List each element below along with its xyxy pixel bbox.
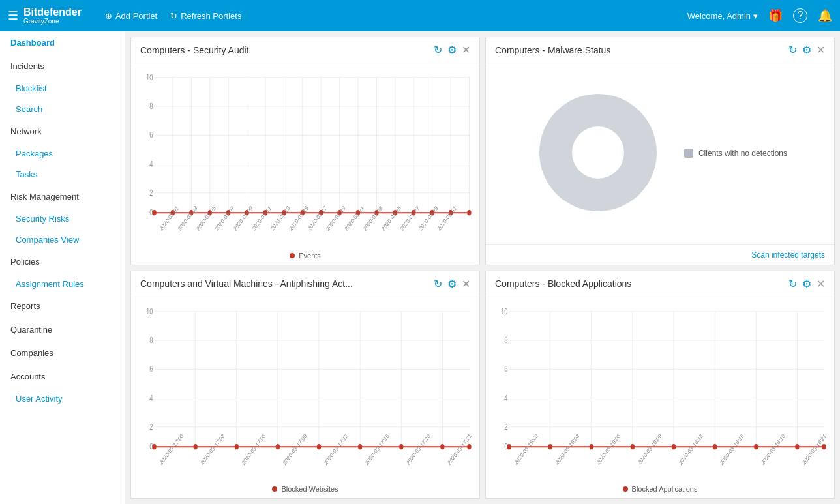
sidebar-item-accounts[interactable]: Accounts bbox=[0, 365, 125, 389]
svg-text:2020-03-19: 2020-03-19 bbox=[325, 204, 347, 232]
svg-point-29 bbox=[152, 210, 156, 215]
svg-text:2020-03-01: 2020-03-01 bbox=[158, 204, 180, 232]
help-icon[interactable]: ? bbox=[793, 8, 807, 23]
svg-text:8: 8 bbox=[149, 335, 153, 344]
svg-text:2020-03-17:09: 2020-03-17:09 bbox=[282, 432, 308, 466]
blocked-websites-legend-label: Blocked Websites bbox=[281, 485, 338, 493]
blocked-apps-legend: Blocked Applications bbox=[488, 482, 832, 496]
main-content: Computers - Security Audit ↻ ⚙ ✕ bbox=[125, 31, 840, 504]
sidebar-item-blocklist[interactable]: Blocklist bbox=[0, 78, 125, 99]
svg-point-121 bbox=[548, 444, 552, 449]
svg-text:2020-03-21: 2020-03-21 bbox=[344, 204, 365, 232]
antiphishing-close-button[interactable]: ✕ bbox=[462, 278, 470, 290]
add-portlet-button[interactable]: ⊕ Add Portlet bbox=[105, 11, 157, 21]
svg-text:2020-03-03: 2020-03-03 bbox=[177, 204, 198, 232]
svg-point-125 bbox=[713, 444, 717, 449]
blocked-apps-configure-button[interactable]: ⚙ bbox=[802, 278, 811, 290]
svg-point-86 bbox=[235, 444, 239, 449]
malware-close-button[interactable]: ✕ bbox=[817, 44, 825, 56]
refresh-portlets-label: Refresh Portlets bbox=[181, 11, 241, 21]
svg-text:2: 2 bbox=[149, 188, 153, 198]
add-portlet-label: Add Portlet bbox=[115, 11, 157, 21]
svg-text:2020-03-17:12: 2020-03-17:12 bbox=[323, 432, 349, 466]
svg-text:2020-03-16:06: 2020-03-16:06 bbox=[595, 432, 622, 466]
svg-text:2020-03-17:00: 2020-03-17:00 bbox=[158, 432, 185, 466]
sidebar-item-dashboard[interactable]: Dashboard bbox=[0, 31, 125, 55]
blocked-websites-legend-dot bbox=[272, 486, 277, 492]
gift-icon[interactable]: 🎁 bbox=[768, 8, 783, 23]
plus-icon: ⊕ bbox=[105, 11, 112, 21]
svg-text:4: 4 bbox=[504, 393, 507, 402]
svg-point-91 bbox=[440, 444, 444, 449]
malware-svg bbox=[533, 87, 663, 218]
portlet-security-audit: Computers - Security Audit ↻ ⚙ ✕ bbox=[130, 37, 480, 265]
sidebar-item-companies[interactable]: Companies bbox=[0, 342, 125, 365]
blocked-apps-refresh-button[interactable]: ↻ bbox=[788, 278, 797, 290]
portlet-malware-title: Computers - Malware Status bbox=[495, 45, 783, 55]
sidebar-item-user-activity[interactable]: User Activity bbox=[0, 389, 125, 409]
sidebar-item-search[interactable]: Search bbox=[0, 99, 125, 120]
security-audit-legend: Events bbox=[134, 249, 477, 262]
malware-legend-item-no-detections: Clients with no detections bbox=[684, 149, 787, 158]
malware-refresh-button[interactable]: ↻ bbox=[788, 44, 797, 56]
portlet-security-audit-header: Computers - Security Audit ↻ ⚙ ✕ bbox=[131, 37, 479, 63]
sidebar-item-assignment-rules[interactable]: Assignment Rules bbox=[0, 274, 125, 295]
portlet-security-audit-actions: ↻ ⚙ ✕ bbox=[434, 44, 470, 56]
welcome-menu[interactable]: Welcome, Admin ▾ bbox=[687, 11, 758, 21]
antiphishing-svg: 0 2 4 6 8 10 bbox=[134, 303, 477, 483]
svg-point-88 bbox=[317, 444, 321, 449]
svg-text:2020-03-13: 2020-03-13 bbox=[269, 204, 291, 232]
scan-infected-targets-link[interactable]: Scan infected targets bbox=[751, 250, 825, 259]
security-audit-configure-button[interactable]: ⚙ bbox=[447, 44, 457, 56]
portlet-antiphishing-header: Computers and Virtual Machines - Antiphi… bbox=[131, 271, 479, 297]
sidebar-item-tasks[interactable]: Tasks bbox=[0, 164, 125, 185]
antiphishing-refresh-button[interactable]: ↻ bbox=[434, 278, 442, 290]
svg-text:2020-03-17:15: 2020-03-17:15 bbox=[364, 432, 390, 466]
portlet-malware-actions: ↻ ⚙ ✕ bbox=[788, 44, 825, 56]
svg-text:6: 6 bbox=[149, 130, 153, 140]
svg-text:8: 8 bbox=[149, 102, 153, 111]
svg-point-64 bbox=[572, 126, 624, 179]
portlet-malware-status: Computers - Malware Status ↻ ⚙ ✕ bbox=[485, 37, 835, 265]
security-audit-close-button[interactable]: ✕ bbox=[462, 44, 470, 56]
refresh-portlets-button[interactable]: ↻ Refresh Portlets bbox=[170, 11, 241, 21]
svg-text:2020-03-15: 2020-03-15 bbox=[288, 204, 310, 232]
security-audit-refresh-button[interactable]: ↻ bbox=[434, 44, 442, 56]
svg-text:2020-03-17: 2020-03-17 bbox=[307, 204, 328, 232]
svg-point-84 bbox=[152, 444, 156, 449]
svg-text:2020-03-31: 2020-03-31 bbox=[436, 204, 458, 232]
svg-point-128 bbox=[822, 444, 826, 449]
svg-point-126 bbox=[754, 444, 758, 449]
svg-point-120 bbox=[507, 444, 511, 449]
svg-text:10: 10 bbox=[146, 306, 153, 316]
svg-text:6: 6 bbox=[149, 364, 153, 374]
sidebar-item-packages[interactable]: Packages bbox=[0, 143, 125, 164]
portlet-blocked-apps-title: Computers - Blocked Applications bbox=[495, 278, 783, 289]
malware-footer: Scan infected targets bbox=[486, 244, 834, 265]
sidebar-item-quarantine[interactable]: Quarantine bbox=[0, 318, 125, 342]
sidebar-item-reports[interactable]: Reports bbox=[0, 295, 125, 318]
sidebar-item-policies[interactable]: Policies bbox=[0, 250, 125, 274]
sidebar-item-incidents[interactable]: Incidents bbox=[0, 55, 125, 78]
antiphishing-chart: 0 2 4 6 8 10 bbox=[134, 303, 477, 483]
malware-donut-chart bbox=[533, 87, 663, 220]
menu-icon[interactable]: ☰ bbox=[8, 8, 18, 23]
welcome-text: Welcome, Admin bbox=[687, 11, 751, 21]
brand: ☰ Bitdefender GravityZone bbox=[8, 7, 82, 25]
svg-point-85 bbox=[194, 444, 198, 449]
antiphishing-configure-button[interactable]: ⚙ bbox=[447, 278, 457, 290]
svg-text:2020-03-25: 2020-03-25 bbox=[381, 204, 402, 232]
blocked-apps-chart: 0 2 4 6 8 10 bbox=[488, 303, 832, 483]
sidebar-item-risk-management[interactable]: Risk Management bbox=[0, 185, 125, 209]
malware-chart-area: Clients with no detections bbox=[486, 63, 834, 244]
svg-text:2020-03-11: 2020-03-11 bbox=[251, 204, 273, 232]
blocked-apps-close-button[interactable]: ✕ bbox=[817, 278, 825, 290]
bell-icon[interactable]: 🔔 bbox=[818, 8, 832, 23]
sidebar-item-network[interactable]: Network bbox=[0, 120, 125, 143]
portlet-antiphishing-title: Computers and Virtual Machines - Antiphi… bbox=[140, 278, 428, 289]
malware-configure-button[interactable]: ⚙ bbox=[802, 44, 811, 56]
svg-text:6: 6 bbox=[504, 364, 507, 374]
sidebar-item-security-risks[interactable]: Security Risks bbox=[0, 209, 125, 230]
security-audit-svg: 0 2 4 6 8 10 bbox=[134, 68, 477, 249]
sidebar-item-companies-view[interactable]: Companies View bbox=[0, 230, 125, 250]
